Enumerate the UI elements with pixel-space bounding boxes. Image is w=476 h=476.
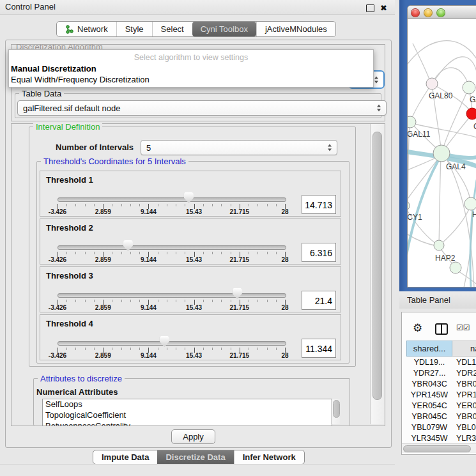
close-traffic-light[interactable] [411,8,420,17]
network-edge[interactable] [410,84,432,122]
tab-style[interactable]: Style [116,22,152,36]
bottom-tab-infer-network[interactable]: Infer Network [234,450,304,464]
minor-tick [231,300,231,302]
table-cell-name[interactable]: YDR2 [456,369,476,379]
minor-tick [121,300,122,302]
close-panel-icon[interactable]: ✖ [380,3,387,13]
table-cell-name[interactable]: YBL0 [456,423,476,433]
threshold-value-field[interactable]: 11.344 [302,339,336,358]
minor-tick [158,300,158,302]
threshold-slider-track[interactable] [58,197,286,202]
threshold-slider-track[interactable] [58,245,286,250]
tick-label: 15.43 [186,352,202,359]
minor-tick [130,348,131,350]
main-scrollbar-thumb[interactable] [372,132,382,400]
column-header-name[interactable]: na [452,341,476,357]
minor-tick [267,300,268,302]
float-panel-icon[interactable] [366,4,374,12]
table-data-combobox[interactable]: galFiltered.sif default node [17,100,387,116]
bottom-tab-discretize-data[interactable]: Discretize Data [157,450,233,464]
table-cell-name[interactable]: YBR0 [456,380,476,390]
threshold-value-field[interactable]: 14.713 [302,195,336,214]
table-hscrollbar-thumb[interactable] [403,445,471,452]
tick-label: 2.859 [95,304,111,311]
tab-select[interactable]: Select [152,22,192,36]
table-cell-name[interactable]: YBR0 [456,412,476,422]
network-node-gal80[interactable] [426,78,438,89]
table-cell-shared-name[interactable]: YBR043C [406,380,452,390]
table-cell-name[interactable]: YDL1 [456,358,476,368]
dropdown-option-equal-width[interactable]: Equal Width/Frequency Discretization [11,75,150,84]
minor-tick [203,252,204,254]
network-edge[interactable] [439,156,441,244]
tab-jactivemnodules[interactable]: jActiveMNodules [256,22,335,36]
attributes-scrollbar-track[interactable] [331,399,340,424]
network-node-gal[interactable] [463,81,475,94]
minor-tick [94,252,95,254]
attribute-list-item[interactable]: BetweennessCentrality [43,421,332,426]
tab-network[interactable]: Network [57,22,116,36]
network-window-titlebar [408,6,476,19]
table-cell-name[interactable]: YER0 [456,401,476,411]
minor-tick [203,300,204,302]
tick-label: 28 [281,208,288,215]
minor-tick [276,300,277,302]
attribute-list-item[interactable]: TopologicalCoefficient [43,410,332,421]
minor-tick [66,204,67,206]
table-cell-shared-name[interactable]: YER054C [406,401,452,411]
network-node-gal11[interactable] [408,116,416,128]
minor-tick [66,348,67,350]
table-cell-shared-name[interactable]: YDL19... [406,358,452,368]
main-scrollbar-track[interactable] [370,124,384,424]
attribute-list-item[interactable]: SelfLoops [43,399,332,410]
threshold-slider-track[interactable] [58,293,286,298]
dropdown-hint-item[interactable]: Select algorithm to view settings [9,53,373,62]
table-cell-shared-name[interactable]: YDR27... [406,369,452,379]
attributes-scrollbar-thumb[interactable] [333,400,340,418]
tick-label: 21.715 [230,352,250,359]
slider-tick-labels: -3.4262.8599.14415.4321.71528 [58,352,285,360]
zoom-traffic-light[interactable] [436,8,445,17]
network-node-gal4[interactable] [433,145,450,162]
control-panel-title: Control Panel [5,2,56,12]
network-node-label: GAL80 [429,91,453,100]
minor-tick [112,348,112,350]
bottom-tab-impute-data[interactable]: Impute Data [93,450,157,464]
table-cell-shared-name[interactable]: YBR045C [406,412,452,422]
network-window: GAL80GALCGAL11GAL4HGCY1HAP2 [407,5,476,288]
network-canvas[interactable]: GAL80GALCGAL11GAL4HGCY1HAP2 [408,19,476,287]
apply-button[interactable]: Apply [171,429,215,444]
dropdown-option-manual[interactable]: Manual Discretization [11,64,96,73]
table-cell-name[interactable]: YPR1 [456,390,476,401]
network-edge[interactable] [441,205,471,244]
minor-tick [112,300,112,302]
minor-tick [231,252,231,254]
threshold-value-field[interactable]: 21.4 [302,291,336,310]
network-node-h[interactable] [464,197,476,210]
tick-label: 9.144 [141,256,157,263]
tick-label: 2.859 [95,208,111,215]
tab-cyni-toolbox[interactable]: Cyni Toolbox [192,22,256,36]
minor-tick [249,348,249,350]
minor-tick [221,252,222,254]
table-cell-shared-name[interactable]: YPR145W [406,390,452,401]
network-edge[interactable] [433,57,476,82]
number-of-intervals-combobox[interactable]: 5 [141,140,337,155]
threshold-slider-track[interactable] [58,341,286,346]
table-cell-shared-name[interactable]: YBL079W [406,423,452,433]
network-node-c[interactable] [466,108,476,119]
table-cell-name[interactable]: YLR3 [456,434,476,444]
column-header-shared-name[interactable]: shared... [406,341,452,357]
network-node-gcy1[interactable] [408,201,410,211]
minimize-traffic-light[interactable] [424,8,433,17]
network-node-hap2[interactable] [434,240,444,250]
table-settings-gear-icon[interactable]: ⚙ [413,323,422,334]
split-table-icon[interactable] [435,323,448,335]
network-edge[interactable] [443,114,472,151]
table-cell-shared-name[interactable]: YLR345W [406,434,452,444]
attributes-title: Attributes to discretize [38,374,125,383]
table-hscrollbar-track[interactable] [402,443,476,453]
network-node[interactable] [450,262,461,273]
select-columns-icons[interactable]: ☑☑ [456,323,470,332]
threshold-value-field[interactable]: 6.316 [302,243,336,262]
